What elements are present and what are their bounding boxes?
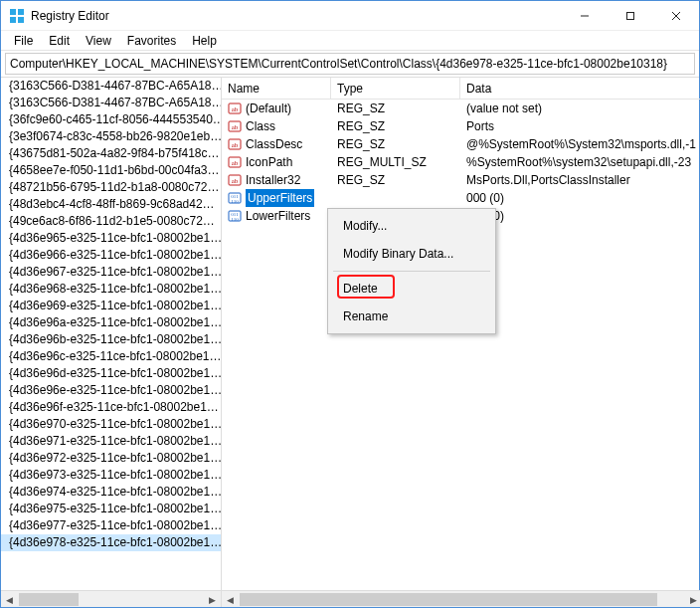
string-value-icon: ab [228, 119, 242, 133]
menu-edit[interactable]: Edit [42, 33, 77, 49]
tree-node[interactable]: {4d36e96f-e325-11ce-bfc1-08002be1… [1, 399, 221, 416]
tree-node[interactable]: {3163C566-D381-4467-87BC-A65A18… [1, 95, 221, 111]
svg-text:ab: ab [232, 105, 239, 113]
tree-node[interactable]: {4d36e977-e325-11ce-bfc1-08002be1… [1, 517, 221, 534]
column-data[interactable]: Data [460, 78, 700, 99]
value-data: MsPorts.Dll,PortsClassInstaller [460, 171, 700, 189]
tree-node[interactable]: {4d36e965-e325-11ce-bfc1-08002be1… [1, 230, 221, 247]
context-menu-modify[interactable]: Modify... [331, 212, 492, 240]
scroll-left-arrow-icon[interactable]: ◀ [222, 591, 239, 608]
tree-horizontal-scrollbar[interactable]: ◀ ▶ [1, 590, 221, 607]
close-button[interactable] [653, 1, 699, 31]
key-tree[interactable]: {3163C566-D381-4467-87BC-A65A18…{3163C56… [1, 78, 221, 590]
binary-value-icon: 011110 [228, 191, 242, 205]
value-list[interactable]: ab(Default)REG_SZ(value not set)abClassR… [222, 100, 700, 590]
svg-text:ab: ab [232, 159, 239, 167]
tree-node[interactable]: {4d36e978-e325-11ce-bfc1-08002be1… [1, 534, 221, 551]
minimize-button[interactable] [562, 1, 608, 31]
scroll-right-arrow-icon[interactable]: ▶ [685, 591, 700, 608]
value-name: ClassDesc [246, 135, 302, 153]
tree-node[interactable]: {43675d81-502a-4a82-9f84-b75f418c… [1, 145, 221, 162]
svg-text:ab: ab [232, 177, 239, 185]
tree-node[interactable]: {4d36e970-e325-11ce-bfc1-08002be1… [1, 416, 221, 433]
svg-rect-1 [18, 9, 24, 15]
value-row[interactable]: abIconPathREG_MULTI_SZ%SystemRoot%\syste… [222, 153, 700, 171]
value-row[interactable]: 011110UpperFilters000 (0) [222, 189, 700, 207]
value-data: 000 (0) [460, 189, 700, 207]
value-type: REG_SZ [331, 171, 460, 189]
tree-node[interactable]: {4d36e971-e325-11ce-bfc1-08002be1… [1, 433, 221, 450]
string-value-icon: ab [228, 137, 242, 151]
tree-node[interactable]: {4d36e968-e325-11ce-bfc1-08002be1… [1, 281, 221, 298]
tree-node[interactable]: {4d36e966-e325-11ce-bfc1-08002be1… [1, 247, 221, 264]
svg-text:110: 110 [231, 199, 239, 204]
value-row[interactable]: abClassREG_SZPorts [222, 117, 700, 135]
tree-node[interactable]: {3e3f0674-c83c-4558-bb26-9820e1eb… [1, 128, 221, 145]
tree-node[interactable]: {4d36e975-e325-11ce-bfc1-08002be1… [1, 501, 221, 517]
tree-node[interactable]: {4d36e96a-e325-11ce-bfc1-08002be1… [1, 314, 221, 331]
window-controls [562, 1, 699, 31]
tree-node[interactable]: {4d36e969-e325-11ce-bfc1-08002be1… [1, 298, 221, 314]
value-name: (Default) [246, 100, 291, 117]
scroll-thumb[interactable] [240, 593, 657, 606]
scroll-thumb[interactable] [19, 593, 79, 606]
tree-node[interactable]: {48721b56-6795-11d2-b1a8-0080c72… [1, 179, 221, 196]
column-type[interactable]: Type [331, 78, 460, 99]
value-row[interactable]: abClassDescREG_SZ@%SystemRoot%\System32\… [222, 135, 700, 153]
address-bar[interactable]: Computer\HKEY_LOCAL_MACHINE\SYSTEM\Curre… [5, 53, 695, 75]
menu-file[interactable]: File [7, 33, 40, 49]
value-row[interactable]: ab(Default)REG_SZ(value not set) [222, 100, 700, 117]
tree-node[interactable]: {4d36e974-e325-11ce-bfc1-08002be1… [1, 484, 221, 501]
tree-node[interactable]: {3163C566-D381-4467-87BC-A65A18… [1, 78, 221, 95]
context-menu-delete[interactable]: Delete [331, 275, 492, 303]
scroll-left-arrow-icon[interactable]: ◀ [1, 591, 18, 608]
svg-text:ab: ab [232, 141, 239, 149]
value-name: Class [246, 117, 275, 135]
tree-node[interactable]: {4d36e972-e325-11ce-bfc1-08002be1… [1, 450, 221, 467]
tree-node[interactable]: {4d36e96d-e325-11ce-bfc1-08002be1… [1, 365, 221, 382]
menubar: File Edit View Favorites Help [1, 31, 699, 51]
list-horizontal-scrollbar[interactable]: ◀ ▶ [222, 590, 700, 607]
value-data: @%SystemRoot%\System32\msports.dll,-1 [460, 135, 700, 153]
value-name: UpperFilters [246, 189, 314, 207]
maximize-button[interactable] [608, 1, 653, 31]
value-list-pane: Name Type Data ab(Default)REG_SZ(value n… [222, 78, 700, 607]
svg-text:110: 110 [231, 217, 239, 222]
tree-node[interactable]: {36fc9e60-c465-11cf-8056-444553540… [1, 111, 221, 128]
value-data: 000 (0) [460, 207, 700, 225]
svg-rect-3 [18, 17, 24, 23]
context-menu-rename[interactable]: Rename [331, 303, 492, 330]
string-value-icon: ab [228, 101, 242, 115]
scroll-right-arrow-icon[interactable]: ▶ [204, 591, 221, 608]
value-name: Installer32 [246, 171, 300, 189]
svg-text:ab: ab [232, 123, 239, 131]
context-menu: Modify... Modify Binary Data... Delete R… [327, 208, 496, 334]
string-value-icon: ab [228, 173, 242, 187]
tree-node[interactable]: {4d36e96c-e325-11ce-bfc1-08002be1… [1, 348, 221, 365]
value-data: Ports [460, 117, 700, 135]
tree-node[interactable]: {4d36e973-e325-11ce-bfc1-08002be1… [1, 467, 221, 484]
value-name: IconPath [246, 153, 292, 171]
tree-node[interactable]: {4d36e967-e325-11ce-bfc1-08002be1… [1, 264, 221, 281]
value-name: LowerFilters [246, 207, 310, 225]
menu-favorites[interactable]: Favorites [120, 33, 183, 49]
tree-node[interactable]: {4d36e96e-e325-11ce-bfc1-08002be1… [1, 382, 221, 399]
app-icon [9, 8, 25, 24]
context-menu-modify-binary[interactable]: Modify Binary Data... [331, 240, 492, 268]
value-row[interactable]: abInstaller32REG_SZMsPorts.Dll,PortsClas… [222, 171, 700, 189]
binary-value-icon: 011110 [228, 209, 242, 223]
string-value-icon: ab [228, 155, 242, 169]
svg-rect-5 [627, 12, 634, 19]
tree-pane: {3163C566-D381-4467-87BC-A65A18…{3163C56… [1, 78, 222, 607]
menu-help[interactable]: Help [185, 33, 224, 49]
value-type: REG_MULTI_SZ [331, 153, 460, 171]
tree-node[interactable]: {4658ee7e-f050-11d1-b6bd-00c04fa3… [1, 162, 221, 179]
tree-node[interactable]: {48d3ebc4-4cf8-48ff-b869-9c68ad42… [1, 196, 221, 213]
menu-view[interactable]: View [79, 33, 118, 49]
list-header: Name Type Data [222, 78, 700, 100]
tree-node[interactable]: {4d36e96b-e325-11ce-bfc1-08002be1… [1, 331, 221, 348]
svg-rect-0 [10, 9, 16, 15]
content-area: {3163C566-D381-4467-87BC-A65A18…{3163C56… [1, 77, 699, 607]
tree-node[interactable]: {49ce6ac8-6f86-11d2-b1e5-0080c72… [1, 213, 221, 230]
column-name[interactable]: Name [222, 78, 331, 99]
